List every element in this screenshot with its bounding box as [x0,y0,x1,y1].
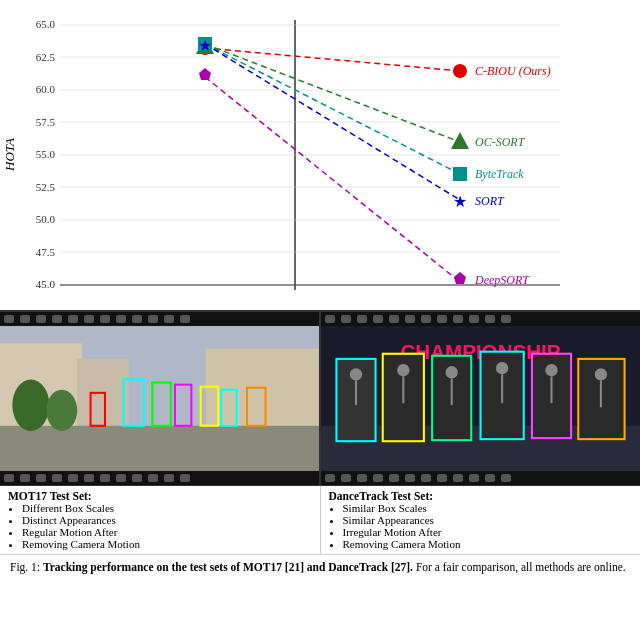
film-hole [20,315,30,323]
film-hole [84,315,94,323]
film-hole [4,315,14,323]
film-hole [52,474,62,482]
film-hole [437,315,447,323]
svg-text:DeepSORT: DeepSORT [474,273,530,287]
film-hole [501,315,511,323]
film-hole [132,474,142,482]
svg-text:60.0: 60.0 [36,83,56,95]
svg-point-69 [496,362,508,374]
mot17-caption-list: Different Box Scales Distinct Appearance… [22,502,312,550]
list-item: Regular Motion After [22,526,312,538]
svg-rect-44 [0,426,319,471]
film-hole [421,474,431,482]
svg-text:ByteTrack: ByteTrack [475,167,524,181]
list-item: Removing Camera Motion [22,538,312,550]
list-item: Distinct Appearances [22,514,312,526]
svg-text:62.5: 62.5 [36,51,56,63]
film-hole [389,315,399,323]
film-hole [148,474,158,482]
svg-text:45.0: 45.0 [36,278,56,290]
film-hole [485,315,495,323]
svg-point-67 [446,366,458,378]
film-hole [180,315,190,323]
svg-point-73 [595,368,607,380]
film-hole [405,315,415,323]
svg-point-71 [545,364,557,376]
film-hole [52,315,62,323]
dancetrack-caption-list: Similar Box Scales Similar Appearances I… [343,502,633,550]
fig-prefix: Fig. 1: [10,561,43,573]
mot17-image-panel [0,312,321,485]
svg-line-22 [205,44,460,174]
svg-point-30 [453,64,467,78]
svg-rect-32 [453,167,467,181]
svg-text:55.0: 55.0 [36,148,56,160]
fig-bold-text: Tracking performance on the test sets of… [43,561,413,573]
film-hole [180,474,190,482]
film-hole [341,315,351,323]
dancetrack-image-panel: CHAMPIONSHIP [321,312,640,485]
chart-area: HOTA 65.0 62.5 60.0 [0,0,640,310]
film-hole [421,315,431,323]
main-container: HOTA 65.0 62.5 60.0 [0,0,640,617]
film-hole [116,474,126,482]
svg-text:65.0: 65.0 [36,18,56,30]
chart-svg: 65.0 62.5 60.0 57.5 55.0 52.5 50.0 [20,10,630,310]
svg-line-24 [205,77,460,282]
mot17-caption-title: MOT17 Test Set: [8,490,312,502]
film-hole [20,474,30,482]
fig-text: For a fair comparison, all methods are o… [413,561,626,573]
svg-text:47.5: 47.5 [36,246,56,258]
film-hole [100,474,110,482]
svg-line-21 [205,44,460,142]
dancetrack-caption-title: DanceTrack Test Set: [329,490,633,502]
film-hole [325,474,335,482]
film-hole [36,315,46,323]
mot17-caption: MOT17 Test Set: Different Box Scales Dis… [0,486,321,554]
svg-text:SORT: SORT [475,194,505,208]
film-strip-bottom-left [0,471,319,485]
list-item: Irregular Motion After [343,526,633,538]
mot17-canvas [0,326,319,471]
film-hole [132,315,142,323]
svg-text:57.5: 57.5 [36,116,56,128]
film-hole [36,474,46,482]
list-item: Different Box Scales [22,502,312,514]
svg-text:C-BIOU (Ours): C-BIOU (Ours) [475,64,551,78]
svg-marker-31 [451,132,469,149]
svg-point-63 [350,368,362,380]
images-area: CHAMPIONSHIP [0,310,640,485]
film-hole [68,474,78,482]
film-hole [164,474,174,482]
y-axis-label: HOTA [0,0,20,310]
svg-text:50.0: 50.0 [36,213,56,225]
film-hole [437,474,447,482]
svg-text:★: ★ [453,193,467,210]
film-hole [100,315,110,323]
film-hole [84,474,94,482]
film-hole [68,315,78,323]
film-strip-bottom-right [321,471,640,485]
film-hole [373,474,383,482]
film-hole [453,474,463,482]
captions-area: MOT17 Test Set: Different Box Scales Dis… [0,485,640,554]
dancetrack-canvas: CHAMPIONSHIP [321,326,640,471]
svg-point-45 [12,379,49,430]
film-hole [389,474,399,482]
svg-text:52.5: 52.5 [36,181,56,193]
film-hole [453,315,463,323]
svg-marker-34 [454,272,466,284]
list-item: Removing Camera Motion [343,538,633,550]
svg-text:OC-SORT: OC-SORT [475,135,526,149]
list-item: Similar Box Scales [343,502,633,514]
film-hole [469,315,479,323]
svg-marker-29 [199,68,211,80]
fig-caption: Fig. 1: Tracking performance on the test… [0,554,640,579]
list-item: Similar Appearances [343,514,633,526]
film-hole [357,315,367,323]
film-hole [164,315,174,323]
dancetrack-caption: DanceTrack Test Set: Similar Box Scales … [321,486,641,554]
svg-text:★: ★ [198,37,212,54]
film-strip-top-right [321,312,640,326]
svg-point-65 [397,364,409,376]
